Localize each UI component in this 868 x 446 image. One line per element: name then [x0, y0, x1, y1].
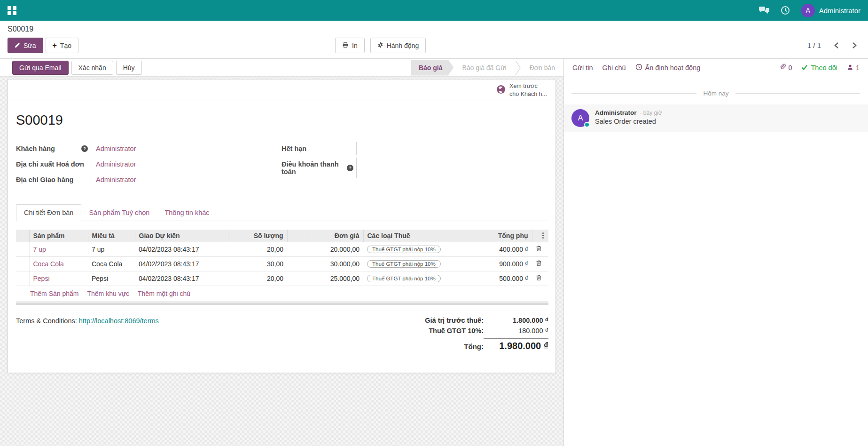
cancel-button[interactable]: Hủy: [116, 61, 142, 75]
description-cell: Coca Cola: [88, 256, 135, 271]
pager-count: 1 / 1: [807, 41, 821, 49]
taxes-column-header[interactable]: Các loại Thuế: [363, 230, 466, 242]
send-message-button[interactable]: Gửi tin: [572, 64, 593, 72]
state-sales-order[interactable]: Đơn bán: [521, 60, 563, 76]
delivery-column-header[interactable]: Giao Dự kiến: [135, 230, 228, 242]
add-note-link[interactable]: Thêm một ghi chú: [138, 290, 190, 297]
field-invoice-address: Địa chỉ xuất Hoá đơn Administrator: [16, 158, 282, 173]
total-value: 1.980.000 ₫: [484, 338, 548, 351]
messages-icon[interactable]: [759, 6, 769, 15]
delivery-cell: 04/02/2023 08:43:17: [135, 242, 228, 256]
table-row[interactable]: 7 up 7 up 04/02/2023 08:43:17 20,00 20.0…: [16, 242, 548, 256]
action-label: Hành động: [387, 42, 419, 49]
odoo-window: A Administrator S00019 Sửa + Tạo: [0, 0, 868, 446]
optional-columns-icon[interactable]: [541, 231, 545, 239]
form-sheet: Xem trướccho Khách h... S00019 Khách hàn…: [8, 79, 556, 373]
untaxed-amount-label: Giá trị trước thuế:: [425, 317, 484, 324]
tab-optional-products[interactable]: Sản phẩm Tuỳ chọn: [81, 205, 157, 221]
product-link[interactable]: Coca Cola: [33, 260, 64, 268]
tax-badge: Thuế GTGT phải nộp 10%: [367, 260, 441, 268]
follow-button[interactable]: Theo dõi: [801, 64, 837, 72]
delete-row-icon[interactable]: [536, 245, 542, 252]
control-panel-buttons: Sửa + Tạo In Hành động 1 / 1: [8, 38, 860, 53]
tax-amount-value: 180.000 ₫: [484, 327, 548, 334]
user-menu[interactable]: A Administrator: [801, 4, 860, 17]
top-navbar: A Administrator: [0, 0, 868, 21]
terms-link[interactable]: http://localhost:8069/terms: [79, 317, 159, 325]
attachments-button[interactable]: 0: [779, 64, 792, 72]
uom-column-header: [287, 230, 307, 242]
print-label: In: [352, 42, 358, 49]
add-product-link[interactable]: Thêm Sản phẩm: [30, 290, 79, 297]
subtotal-cell: 400.000 ₫: [466, 242, 532, 256]
customer-preview-label: Xem trướccho Khách h...: [509, 82, 547, 98]
log-note-button[interactable]: Ghi chú: [602, 64, 626, 72]
action-button[interactable]: Hành động: [370, 38, 426, 53]
row-handle[interactable]: [16, 256, 29, 271]
delete-row-icon[interactable]: [536, 274, 542, 281]
delete-row-icon[interactable]: [536, 260, 542, 266]
send-by-email-button[interactable]: Gửi qua Email: [12, 61, 69, 75]
row-handle[interactable]: [16, 242, 29, 256]
product-column-header[interactable]: Sản phẩm: [29, 230, 88, 242]
state-separator-icon: [515, 60, 521, 76]
user-avatar: A: [801, 4, 815, 17]
quantity-cell: 20,00: [228, 242, 287, 256]
breadcrumb[interactable]: S00019: [8, 25, 860, 33]
pager-next-icon[interactable]: [852, 42, 858, 49]
product-link[interactable]: Pepsi: [33, 275, 50, 282]
create-button[interactable]: + Tạo: [46, 38, 78, 53]
state-quotation[interactable]: Báo giá: [411, 60, 454, 76]
quantity-cell: 30,00: [228, 256, 287, 271]
total-row: Tổng: 1.980.000 ₫: [393, 337, 548, 353]
print-button[interactable]: In: [335, 38, 365, 53]
row-handle[interactable]: [16, 271, 29, 286]
tab-other-info[interactable]: Thông tin khác: [157, 205, 217, 221]
help-icon[interactable]: ?: [81, 145, 88, 152]
status-steps: Báo giá Báo giá đã Gửi Đơn bán: [411, 59, 563, 77]
invoice-address-value[interactable]: Administrator: [96, 160, 136, 168]
activities-clock-icon[interactable]: [781, 6, 790, 15]
description-column-header[interactable]: Miêu tả: [88, 230, 135, 242]
customer-preview-button[interactable]: Xem trướccho Khách h...: [496, 82, 547, 98]
table-row[interactable]: Pepsi Pepsi 04/02/2023 08:43:17 20,00 25…: [16, 271, 548, 286]
expiration-value[interactable]: [357, 142, 361, 148]
tax-badge: Thuế GTGT phải nộp 10%: [367, 275, 441, 282]
delivery-address-value[interactable]: Administrator: [96, 176, 136, 183]
unit-price-column-header[interactable]: Đơn giá: [307, 230, 363, 242]
pencil-icon: [15, 42, 20, 49]
subtotal-column-header[interactable]: Tổng phụ: [466, 230, 532, 242]
person-icon: [847, 64, 853, 72]
followers-button[interactable]: 1: [847, 64, 860, 72]
pager-previous-icon[interactable]: [833, 42, 839, 49]
customer-value[interactable]: Administrator: [96, 145, 136, 152]
form-pane: Gửi qua Email Xác nhận Hủy Báo giá Báo g…: [0, 59, 564, 446]
invoice-address-label: Địa chỉ xuất Hoá đơn: [16, 160, 88, 168]
chatter-message[interactable]: A Administrator - bây giờ Sales Order cr…: [564, 104, 868, 132]
edit-button[interactable]: Sửa: [8, 38, 43, 53]
table-row[interactable]: Coca Cola Coca Cola 04/02/2023 08:43:17 …: [16, 256, 548, 271]
table-bottom-bar: [16, 303, 548, 305]
clock-icon: [635, 64, 642, 72]
quantity-column-header[interactable]: Số lượng: [228, 230, 287, 242]
message-author[interactable]: Administrator: [595, 109, 637, 116]
payment-terms-value[interactable]: [357, 158, 361, 163]
confirm-button[interactable]: Xác nhận: [71, 61, 113, 75]
schedule-activity-button[interactable]: Ấn định hoạt động: [635, 64, 701, 72]
tax-amount-row: Thuế GTGT 10%: 180.000 ₫: [393, 326, 548, 336]
add-section-link[interactable]: Thêm khu vực: [87, 290, 130, 297]
handle-column-header: [16, 230, 29, 242]
description-cell: Pepsi: [88, 271, 135, 286]
state-quotation-sent[interactable]: Báo giá đã Gửi: [454, 60, 515, 76]
help-icon[interactable]: ?: [347, 165, 353, 171]
field-expiration: Hết hạn: [282, 142, 545, 158]
apps-menu-icon[interactable]: [8, 6, 16, 15]
sheet-top-strip: Xem trướccho Khách h...: [8, 80, 555, 101]
product-link[interactable]: 7 up: [33, 246, 46, 253]
tax-badge: Thuế GTGT phải nộp 10%: [367, 246, 441, 253]
chatter-toolbar: Gửi tin Ghi chú Ấn định hoạt động 0 Theo…: [564, 59, 868, 77]
statusbar: Gửi qua Email Xác nhận Hủy Báo giá Báo g…: [0, 59, 563, 77]
tab-order-lines[interactable]: Chi tiết Đơn bán: [16, 204, 81, 221]
message-avatar: A: [571, 109, 589, 127]
date-divider: Hôm nay: [571, 90, 860, 97]
